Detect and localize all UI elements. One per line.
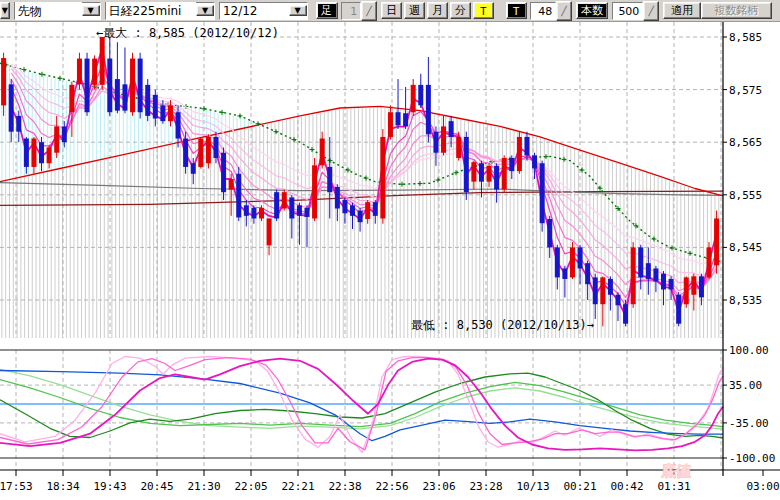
category-combobox[interactable]: 先物 ▼	[14, 2, 101, 20]
toolbar: ▼ 先物 ▼ 日経225mini ▼ 12/12 ▼ 足 1 ╱ 日 週 月 分…	[0, 0, 780, 22]
max-annotation: ←最大 : 8,585 (2012/10/12)	[96, 26, 279, 40]
candle	[593, 277, 598, 304]
candle	[600, 277, 605, 304]
candle	[305, 208, 310, 217]
chart-area[interactable]: 8,5858,5758,5658,5558,5458,535100.0035.0…	[0, 22, 780, 500]
candle	[327, 167, 332, 192]
tick-count-spin-button[interactable]: ╱	[556, 1, 572, 21]
tick-count-field[interactable]: 48	[530, 2, 556, 20]
candle	[320, 139, 325, 166]
candle	[24, 139, 29, 167]
time-axis-label: 00:42	[610, 480, 643, 493]
dropdown-arrow-icon: ▼	[2, 6, 8, 15]
candle	[555, 247, 560, 277]
candle	[31, 139, 36, 167]
candle	[145, 85, 150, 116]
period-week-button[interactable]: 週	[404, 2, 425, 19]
candle	[418, 85, 423, 106]
candle	[9, 84, 14, 131]
dropdown-arrow-icon[interactable]: ▼	[289, 5, 307, 16]
candle	[267, 218, 272, 245]
candle	[259, 208, 264, 219]
candle	[373, 202, 378, 216]
symbol-value: 日経225mini	[106, 2, 196, 20]
period-month-button[interactable]: 月	[427, 2, 448, 19]
contract-month-combobox[interactable]: 12/12 ▼	[219, 2, 308, 20]
candles-layer[interactable]	[1, 37, 719, 326]
candle	[547, 219, 552, 247]
multi-symbol-button: 複数銘柄	[701, 2, 772, 19]
dropdown-arrow-icon[interactable]: ▼	[196, 5, 214, 16]
candle	[282, 192, 287, 208]
candle	[153, 95, 158, 119]
bars-field[interactable]: 500	[612, 2, 644, 20]
time-axis-label: 01:31	[657, 480, 690, 493]
bars-value: 500	[613, 3, 643, 18]
candle	[661, 274, 666, 290]
edge-combo-arrow-button[interactable]: ▼	[0, 2, 10, 19]
period-minute-button[interactable]: 分	[450, 2, 471, 19]
candle	[289, 197, 294, 218]
candle	[365, 202, 370, 219]
candle	[623, 304, 628, 323]
candle	[107, 59, 112, 113]
time-axis-label: 00:21	[563, 480, 596, 493]
interval-value: 1	[342, 3, 360, 18]
candle	[540, 163, 545, 223]
candle	[229, 179, 234, 190]
apply-button[interactable]: 適用	[663, 2, 701, 19]
honsu-button[interactable]: 本数	[576, 2, 608, 19]
time-axis-label: 17:53	[0, 480, 33, 493]
period-day-button[interactable]: 日	[381, 2, 402, 19]
candle	[684, 277, 689, 304]
candle	[213, 137, 218, 158]
candle	[160, 105, 165, 121]
candle	[479, 163, 484, 181]
dropdown-arrow-icon[interactable]: ▼	[82, 5, 100, 16]
candle	[122, 84, 127, 110]
candle	[411, 85, 416, 112]
tick-black-button[interactable]: T	[506, 2, 527, 19]
symbol-combobox[interactable]: 日経225mini ▼	[105, 2, 215, 20]
candle	[494, 166, 499, 190]
candle	[562, 268, 567, 279]
category-value: 先物	[15, 2, 82, 20]
min-annotation: 最低 : 8,530 (2012/10/13)→	[411, 318, 594, 332]
candle	[115, 79, 120, 111]
osc-axis-label: -100.00	[729, 452, 775, 465]
interval-field[interactable]: 1	[341, 2, 361, 20]
candle	[236, 174, 241, 218]
candle	[100, 37, 105, 85]
candle	[85, 59, 90, 113]
candle	[358, 211, 363, 223]
candle	[441, 126, 446, 152]
candle	[198, 139, 203, 167]
time-axis-label: 23:06	[422, 480, 455, 493]
candle	[335, 187, 340, 209]
candle	[433, 132, 438, 153]
candle	[471, 162, 476, 181]
time-axis-label: 03:00	[746, 480, 779, 493]
interval-spin-button[interactable]: ╱	[361, 1, 377, 21]
price-axis-label: 8,585	[729, 31, 762, 44]
time-axis-label: 23:28	[469, 480, 502, 493]
time-axis-label: 22:38	[328, 480, 361, 493]
tick-yellow-button[interactable]: T	[473, 2, 494, 19]
time-axis-label: 22:21	[281, 480, 314, 493]
candle	[69, 85, 74, 112]
bottom-value-annotation: 底値	[660, 462, 691, 480]
bars-spin-button[interactable]: ╱	[643, 1, 659, 21]
candle	[350, 205, 355, 216]
candle	[342, 200, 347, 213]
contract-month-value: 12/12	[220, 3, 289, 18]
candle	[524, 137, 529, 155]
ashi-button[interactable]: 足	[316, 2, 338, 19]
candle	[403, 113, 408, 126]
time-axis-label: 22:05	[234, 480, 267, 493]
candle	[646, 263, 651, 279]
price-axis-label: 8,535	[729, 294, 762, 307]
candle	[676, 295, 681, 324]
candle	[77, 59, 82, 85]
price-chart-svg[interactable]: 8,5858,5758,5658,5558,5458,535100.0035.0…	[0, 22, 780, 500]
candle	[669, 279, 674, 290]
